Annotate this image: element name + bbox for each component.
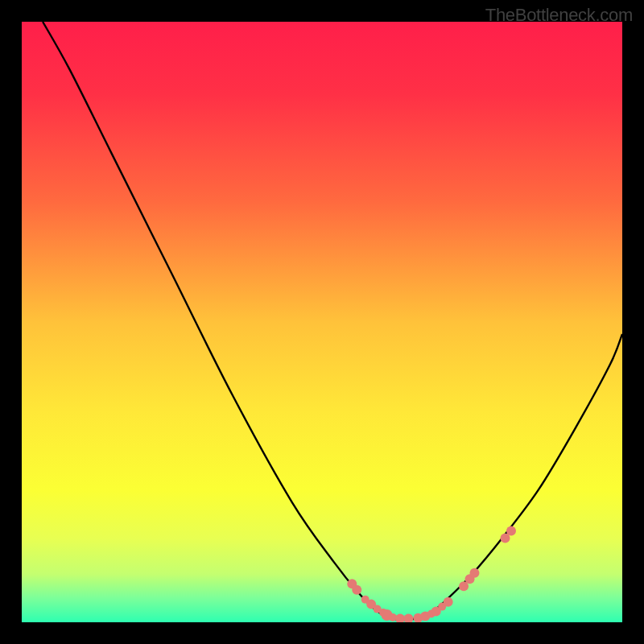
data-marker [352,585,361,595]
plot-area [22,22,622,622]
watermark-text: TheBottleneck.com [485,5,633,26]
chart-container: TheBottleneck.com [0,0,644,644]
data-marker [444,597,453,607]
data-marker [469,568,479,578]
gradient-background [22,22,622,622]
data-marker [506,526,516,536]
plot-svg [22,22,622,622]
